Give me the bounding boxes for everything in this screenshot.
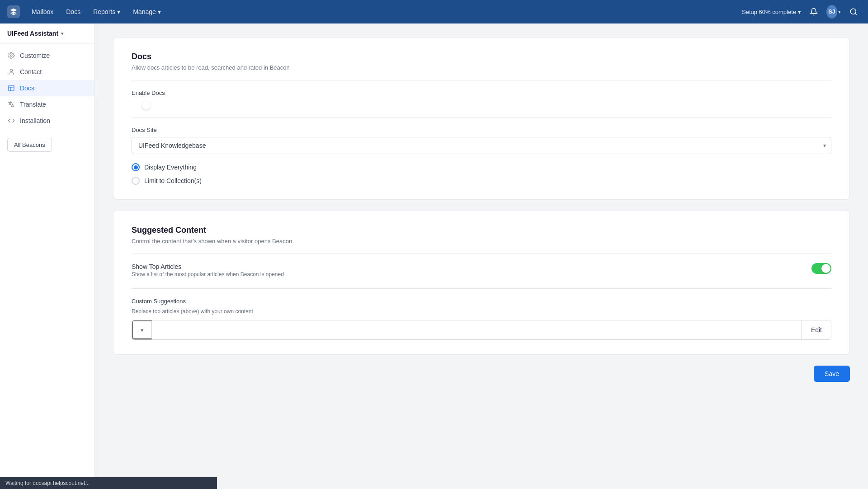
chevron-down-icon: ▾ <box>838 9 841 15</box>
translate-icon <box>7 100 15 108</box>
docs-card-subtitle: Allow docs articles to be read, searched… <box>132 64 831 71</box>
toggle-thumb <box>142 101 151 110</box>
svg-point-0 <box>850 9 856 14</box>
status-text: Waiting for docsapi.helpscout.net... <box>5 480 90 486</box>
enable-docs-label: Enable Docs <box>132 89 831 96</box>
code-icon <box>7 117 15 125</box>
avatar[interactable]: SJ <box>826 5 837 19</box>
docs-site-label: Docs Site <box>132 127 831 133</box>
sidebar-item-label: Docs <box>20 85 34 92</box>
display-options-group: Display Everything Limit to Collection(s… <box>132 163 831 185</box>
nav-reports[interactable]: Reports ▾ <box>89 5 125 18</box>
suggested-content-card: Suggested Content Control the content th… <box>113 211 850 355</box>
settings-icon <box>7 52 15 60</box>
edit-button[interactable]: Edit <box>802 320 831 339</box>
svg-point-1 <box>10 55 12 56</box>
chevron-down-icon: ▾ <box>158 8 161 15</box>
user-menu[interactable]: SJ ▾ <box>826 5 841 19</box>
all-beacons-section: All Beacons <box>7 138 87 152</box>
dropdown-content <box>152 320 802 339</box>
show-top-articles-desc: Show a list of the most popular articles… <box>132 271 802 277</box>
enable-docs-section: Enable Docs <box>132 89 831 108</box>
chevron-down-icon: ▾ <box>798 9 801 15</box>
docs-site-select-wrapper: UIFeed Knowledgebase ▾ <box>132 137 831 154</box>
sidebar-item-docs[interactable]: Docs <box>0 80 94 96</box>
status-bar: Waiting for docsapi.helpscout.net... <box>0 477 217 489</box>
nav-docs[interactable]: Docs <box>61 5 85 18</box>
save-button[interactable]: Save <box>814 366 850 382</box>
radio-label: Limit to Collection(s) <box>144 177 202 184</box>
sidebar-item-translate[interactable]: Translate <box>0 96 94 113</box>
suggested-content-subtitle: Control the content that's shown when a … <box>132 238 831 244</box>
custom-suggestions-dropdown: ▾ Edit <box>132 320 831 340</box>
main-content: Docs Allow docs articles to be read, sea… <box>95 24 868 489</box>
sidebar-item-label: Contact <box>20 68 42 75</box>
custom-suggestions-desc: Replace top articles (above) with your o… <box>132 308 831 315</box>
show-top-articles-toggle[interactable] <box>811 263 831 274</box>
contact-icon <box>7 68 15 76</box>
sidebar-item-installation[interactable]: Installation <box>0 113 94 129</box>
nav-mailbox[interactable]: Mailbox <box>27 5 58 18</box>
chevron-down-icon: ▾ <box>117 8 120 15</box>
sidebar-item-label: Translate <box>20 101 46 108</box>
custom-suggestions-label: Custom Suggestions <box>132 298 831 305</box>
radio-limit-collections[interactable]: Limit to Collection(s) <box>132 177 831 185</box>
svg-point-2 <box>10 69 12 71</box>
app-title: UIFeed Assistant <box>7 30 58 37</box>
suggested-content-title: Suggested Content <box>132 226 831 235</box>
show-top-articles-text: Show Top Articles Show a list of the mos… <box>132 263 802 277</box>
show-top-articles-section: Show Top Articles Show a list of the mos… <box>132 263 831 277</box>
search-icon[interactable] <box>846 5 861 19</box>
sidebar-item-customize[interactable]: Customize <box>0 47 94 64</box>
radio-circle <box>132 177 140 185</box>
sidebar: UIFeed Assistant ▾ Customize Contact <box>0 24 95 489</box>
sidebar-header[interactable]: UIFeed Assistant ▾ <box>0 24 94 44</box>
docs-site-section: Docs Site UIFeed Knowledgebase ▾ <box>132 127 831 154</box>
docs-icon <box>7 84 15 92</box>
save-area: Save <box>113 366 850 382</box>
docs-site-select[interactable]: UIFeed Knowledgebase <box>132 137 831 154</box>
radio-dot <box>134 165 138 169</box>
chevron-down-icon: ▾ <box>141 327 144 334</box>
topnav-right-section: Setup 60% complete ▾ SJ ▾ <box>742 5 861 19</box>
all-beacons-button[interactable]: All Beacons <box>7 138 52 152</box>
sidebar-item-label: Customize <box>20 52 50 59</box>
radio-circle <box>132 163 140 171</box>
svg-rect-3 <box>9 85 14 91</box>
radio-display-everything[interactable]: Display Everything <box>132 163 831 171</box>
radio-label: Display Everything <box>144 164 197 171</box>
toggle-thumb <box>821 264 830 273</box>
chevron-down-icon: ▾ <box>61 31 64 37</box>
sidebar-item-label: Installation <box>20 117 50 124</box>
notifications-icon[interactable] <box>807 5 821 19</box>
top-navigation: Mailbox Docs Reports ▾ Manage ▾ Setup 60… <box>0 0 868 24</box>
app-logo[interactable] <box>7 5 20 18</box>
nav-manage[interactable]: Manage ▾ <box>128 5 165 18</box>
custom-suggestions-section: Custom Suggestions Replace top articles … <box>132 298 831 340</box>
dropdown-expand-button[interactable]: ▾ <box>132 320 152 339</box>
sidebar-item-contact[interactable]: Contact <box>0 64 94 80</box>
sidebar-nav: Customize Contact Docs Tra <box>0 44 94 132</box>
docs-card: Docs Allow docs articles to be read, sea… <box>113 37 850 200</box>
show-top-articles-label: Show Top Articles <box>132 263 802 270</box>
docs-card-title: Docs <box>132 52 831 61</box>
setup-progress[interactable]: Setup 60% complete ▾ <box>742 9 801 15</box>
